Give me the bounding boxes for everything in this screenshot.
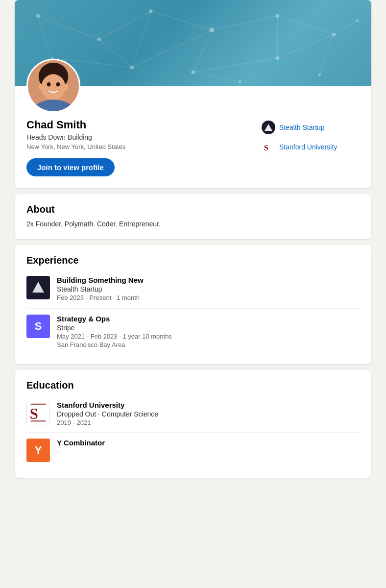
affiliation-stealth[interactable]: Stealth Startup [262,121,360,134]
exp-title-2: Strategy & Ops [57,315,360,323]
education-item-2[interactable]: Y Y Combinator - [26,433,360,468]
svg-line-10 [277,35,334,58]
stealth-logo-icon [264,123,273,132]
profile-name: Chad Smith [26,119,262,131]
stanford-affiliation-name: Stanford University [279,143,337,151]
svg-line-3 [212,16,277,30]
exp-dates-2: May 2021 - Feb 2023 · 1 year 10 months [57,333,360,340]
experience-item-2[interactable]: S Strategy & Ops Stripe May 2021 - Feb 2… [26,309,360,354]
svg-marker-38 [265,124,272,131]
stealth-name: Stealth Startup [279,123,325,131]
exp-dates-1: Feb 2023 - Present · 1 month [57,294,360,301]
avatar-wrapper [26,59,360,113]
svg-point-18 [97,37,101,41]
about-text: 2x Founder. Polymath. Coder. Entrepreneu… [26,219,360,229]
exp-company-1: Stealth Startup [57,285,360,293]
avatar [26,59,80,113]
profile-headline: Heads Down Building [26,133,262,141]
svg-point-33 [47,82,51,87]
stanford-company-icon: S [262,140,275,154]
edu-details-1: Stanford University Dropped Out · Comput… [57,401,360,426]
profile-info-row: Chad Smith Heads Down Building New York,… [26,119,360,176]
stealth-exp-icon [30,280,46,295]
svg-line-4 [277,16,334,34]
svg-point-22 [332,33,336,37]
exp-details-2: Strategy & Ops Stripe May 2021 - Feb 202… [57,315,360,348]
stanford-logo-icon: S [262,140,275,154]
experience-title: Experience [26,255,360,266]
avatar-svg [28,60,79,111]
edu-school-1: Stanford University [57,401,360,409]
svg-point-34 [56,82,60,87]
edu-degree-2: - [57,448,360,456]
about-section: About 2x Founder. Polymath. Coder. Entre… [15,194,371,239]
svg-point-32 [41,74,65,100]
profile-right: Stealth Startup S Stanford University [262,119,360,154]
stealth-exp-logo [26,276,50,299]
svg-point-17 [36,14,40,18]
svg-point-35 [39,84,43,90]
profile-content: Chad Smith Heads Down Building New York,… [15,59,371,188]
svg-line-2 [151,11,212,30]
stanford-edu-logo: S [26,401,50,424]
education-title: Education [26,380,360,391]
svg-marker-41 [32,282,44,293]
education-item-1[interactable]: S Stanford University Dropped Out · Comp… [26,395,360,433]
svg-line-0 [38,16,99,39]
exp-details-1: Building Something New Stealth Startup F… [57,276,360,302]
exp-company-2: Stripe [57,324,360,332]
stanford-edu-icon: S [27,401,49,424]
experience-section: Experience Building Something New Stealt… [15,245,371,364]
yc-logo-letter: Y [35,444,42,457]
exp-title-1: Building Something New [57,276,360,284]
affiliation-stanford[interactable]: S Stanford University [262,140,360,154]
edu-details-2: Y Combinator - [57,439,360,462]
page-wrapper: Chad Smith Heads Down Building New York,… [0,0,386,478]
svg-line-11 [38,16,52,58]
join-button[interactable]: Join to view profile [26,158,115,176]
svg-point-21 [276,14,280,18]
profile-left: Chad Smith Heads Down Building New York,… [26,119,262,176]
svg-point-36 [64,84,68,90]
exp-location-2: San Francisco Bay Area [57,341,360,348]
education-section: Education S Stanford University Dropped … [15,370,371,478]
edu-school-2: Y Combinator [57,439,360,447]
svg-point-20 [210,27,215,32]
edu-years-1: 2019 - 2021 [57,419,360,426]
stripe-logo-letter: S [35,320,42,333]
svg-point-19 [149,9,153,13]
stripe-exp-logo: S [26,315,50,338]
svg-text:S: S [30,406,38,422]
yc-edu-logo: Y [26,439,50,462]
profile-location: New York, New York, United States [26,143,262,150]
svg-line-5 [334,21,357,35]
stealth-company-icon [262,121,275,134]
profile-card: Chad Smith Heads Down Building New York,… [15,0,371,188]
experience-item-1[interactable]: Building Something New Stealth Startup F… [26,270,360,309]
svg-point-23 [356,19,359,22]
svg-text:S: S [264,143,268,152]
edu-degree-1: Dropped Out · Computer Science [57,410,360,418]
about-title: About [26,204,360,215]
